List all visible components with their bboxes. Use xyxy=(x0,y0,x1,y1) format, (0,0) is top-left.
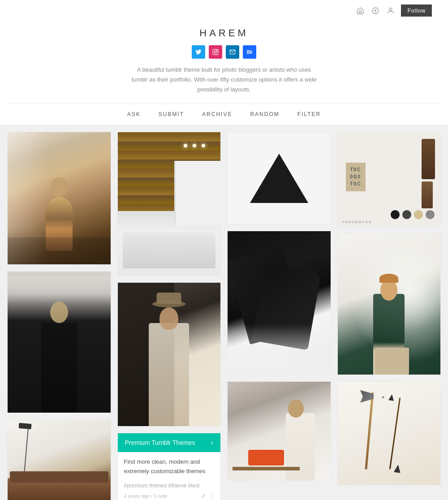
list-item[interactable] xyxy=(227,231,331,375)
photo-grid: Premium Tumblr Themes › Find more clean,… xyxy=(0,125,448,500)
nav-submit[interactable]: SUBMIT xyxy=(159,111,184,117)
list-item[interactable] xyxy=(227,132,331,224)
photo-man-sitting xyxy=(8,132,111,264)
reblog-icon[interactable]: ↺ xyxy=(201,493,205,499)
heart-icon[interactable]: ♡ xyxy=(210,493,214,499)
svg-rect-4 xyxy=(213,49,218,55)
twitter-icon[interactable] xyxy=(192,45,205,59)
arrow-icon: › xyxy=(211,439,213,447)
text-post-description: Find more clean, modern and extremely cu… xyxy=(124,457,215,476)
photo-man-coat xyxy=(8,272,111,413)
top-nav: Follow xyxy=(9,0,439,21)
home-icon[interactable] xyxy=(355,6,365,16)
text-post-meta: 4 years ago / 1 note ↺ ♡ xyxy=(124,493,215,499)
photo-man-seated xyxy=(338,233,441,375)
nav-ask[interactable]: ASK xyxy=(127,111,141,117)
nav-random[interactable]: RANDOM xyxy=(250,111,279,117)
text-post-tags: #premium themes #theme #text xyxy=(124,483,215,489)
svg-point-3 xyxy=(389,8,392,11)
behance-icon[interactable]: Bē xyxy=(243,45,256,59)
email-icon[interactable] xyxy=(226,45,239,59)
list-item[interactable] xyxy=(7,419,111,500)
user-icon[interactable] xyxy=(386,6,396,16)
text-post-item[interactable]: Premium Tumblr Themes › Find more clean,… xyxy=(117,433,221,500)
list-item[interactable] xyxy=(117,282,221,427)
text-post-title: Premium Tumblr Themes xyxy=(125,439,195,446)
instagram-icon[interactable] xyxy=(209,45,222,59)
header: Follow HAREM Bē A beautiful tumblr theme… xyxy=(0,0,448,125)
svg-point-6 xyxy=(217,50,217,51)
nav-menu: ASK SUBMIT ARCHIVE RANDOM FILTER xyxy=(9,103,439,125)
blog-title: HAREM xyxy=(9,21,439,45)
add-icon[interactable] xyxy=(370,6,380,16)
svg-point-5 xyxy=(215,51,217,53)
list-item[interactable] xyxy=(337,233,441,375)
photo-shoes xyxy=(228,231,331,375)
list-item[interactable] xyxy=(7,132,111,265)
triangle-shape xyxy=(250,154,308,203)
list-item[interactable] xyxy=(117,132,221,276)
text-post-timestamp: 4 years ago / 1 note xyxy=(124,493,168,499)
list-item[interactable]: ✦ xyxy=(337,381,441,485)
photo-man-typing xyxy=(228,382,331,480)
photo-hat-man xyxy=(118,283,221,426)
text-post-link[interactable]: Premium Tumblr Themes › xyxy=(118,433,221,452)
follow-button[interactable]: Follow xyxy=(401,4,432,17)
social-icons: Bē xyxy=(9,45,439,65)
list-item[interactable]: T0C0G0T0C TANGENTOC xyxy=(337,132,441,227)
blog-description: A beautiful tumblr theme built for photo… xyxy=(130,65,318,103)
nav-archive[interactable]: ARCHIVE xyxy=(202,111,232,117)
photo-triangle xyxy=(228,132,331,224)
list-item[interactable] xyxy=(7,271,111,413)
text-post-actions: ↺ ♡ xyxy=(201,493,214,499)
nav-filter[interactable]: FILTER xyxy=(297,111,321,117)
photo-bathroom xyxy=(118,132,221,276)
photo-products: T0C0G0T0C TANGENTOC xyxy=(338,132,441,226)
photo-axe: ✦ xyxy=(338,382,441,485)
list-item[interactable] xyxy=(227,381,331,481)
photo-lamp xyxy=(8,420,111,500)
